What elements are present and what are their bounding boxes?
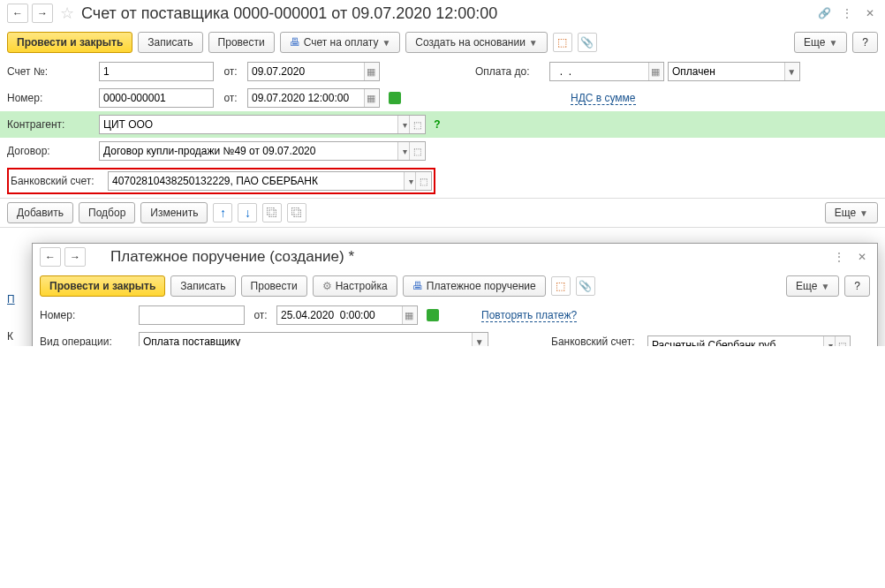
settings-button[interactable]: ⚙Настройка xyxy=(313,275,397,297)
open-icon[interactable]: ⬚ xyxy=(835,336,849,346)
repeat-payment-link[interactable]: Повторять платеж? xyxy=(481,309,577,322)
calendar-icon[interactable]: ▦ xyxy=(402,306,416,324)
bank-account-select[interactable]: ▾⬚ xyxy=(647,335,851,346)
nav-back-button[interactable]: ← xyxy=(7,4,28,23)
number-row: Номер: от: ▦ НДС в сумме xyxy=(0,85,885,111)
truncated-link[interactable]: П xyxy=(7,293,15,305)
close-icon[interactable]: ✕ xyxy=(862,5,878,21)
post-button[interactable]: Провести xyxy=(241,275,307,297)
chevron-down-icon: ▼ xyxy=(828,38,837,48)
chevron-down-icon[interactable]: ▼ xyxy=(784,63,798,80)
bank-account-select[interactable]: ▾⬚ xyxy=(108,171,432,191)
contract-select[interactable]: ▾⬚ xyxy=(99,141,426,161)
counterparty-select[interactable]: ▾⬚ xyxy=(99,115,426,134)
change-button[interactable]: Изменить xyxy=(140,202,208,223)
bank-account-label: Банковский счет: xyxy=(11,175,108,187)
post-button[interactable]: Провести xyxy=(208,32,275,53)
chevron-down-icon[interactable]: ▼ xyxy=(472,333,487,346)
sub-titlebar: ← → Платежное поручение (создание) * ⋮ ✕ xyxy=(33,244,877,270)
write-button[interactable]: Записать xyxy=(138,32,202,53)
payment-due-label: Оплата до: xyxy=(475,65,546,78)
more-button[interactable]: Еще▼ xyxy=(786,275,839,297)
number-input[interactable] xyxy=(139,305,245,325)
date-input[interactable]: ▦ xyxy=(276,305,418,325)
more-menu-icon[interactable]: ⋮ xyxy=(831,249,847,265)
status-icon[interactable] xyxy=(427,309,439,321)
close-icon[interactable]: ✕ xyxy=(854,249,870,265)
from-label: от: xyxy=(217,65,244,78)
create-based-on-button[interactable]: Создать на основании ▼ xyxy=(405,32,547,53)
chevron-down-icon: ▼ xyxy=(529,38,538,48)
operation-type-label: Вид операции: xyxy=(40,335,135,346)
copy-button[interactable]: ⿻ xyxy=(262,203,282,222)
number-date-input[interactable]: ▦ xyxy=(247,88,380,108)
payment-order-window: ← → Платежное поручение (создание) * ⋮ ✕… xyxy=(32,243,878,346)
from-label: от: xyxy=(217,92,244,104)
calendar-icon[interactable]: ▦ xyxy=(364,89,378,107)
nav-back-button[interactable]: ← xyxy=(40,247,61,267)
favorite-star-icon[interactable]: ☆ xyxy=(60,4,74,23)
print-icon: 🖶 xyxy=(290,36,300,49)
titlebar: ← → ☆ Счет от поставщика 0000-000001 от … xyxy=(0,0,885,26)
print-icon: 🖶 xyxy=(412,280,423,292)
more-menu-icon[interactable]: ⋮ xyxy=(839,5,855,21)
window-title: Счет от поставщика 0000-000001 от 09.07.… xyxy=(81,4,497,23)
payment-due-input[interactable]: ▦ xyxy=(549,62,664,81)
main-toolbar: Провести и закрыть Записать Провести 🖶 С… xyxy=(0,26,885,58)
operation-type-select[interactable]: ▼ xyxy=(139,332,488,346)
attachment-icon[interactable]: 📎 xyxy=(578,33,597,52)
move-down-button[interactable]: ↓ xyxy=(238,203,257,222)
attachment-icon[interactable]: 📎 xyxy=(576,276,595,296)
calendar-icon[interactable]: ▦ xyxy=(364,63,378,80)
status-icon[interactable] xyxy=(389,92,401,104)
open-icon[interactable]: ⬚ xyxy=(415,172,430,190)
bank-account-row: Банковский счет: ▾⬚ xyxy=(544,328,877,346)
write-button[interactable]: Записать xyxy=(170,275,235,297)
nav-forward-button[interactable]: → xyxy=(64,247,86,267)
counterparty-label: Контрагент: xyxy=(7,118,95,131)
help-button[interactable]: ? xyxy=(844,275,870,297)
link-icon[interactable]: 🔗 xyxy=(816,5,832,21)
invoice-date-input[interactable]: ▦ xyxy=(247,62,380,81)
number-label: Номер: xyxy=(40,309,135,321)
post-and-close-button[interactable]: Провести и закрыть xyxy=(40,275,165,297)
open-icon[interactable]: ⬚ xyxy=(409,116,424,133)
status-select[interactable]: ▼ xyxy=(668,62,800,81)
paste-button[interactable]: ⿻ xyxy=(287,203,306,222)
help-button[interactable]: ? xyxy=(852,32,878,53)
invoice-no-label: Счет №: xyxy=(7,65,95,78)
vat-link[interactable]: НДС в сумме xyxy=(571,92,636,105)
structure-icon[interactable]: ⬚ xyxy=(553,33,572,52)
add-button[interactable]: Добавить xyxy=(7,202,73,223)
hint-icon[interactable]: ? xyxy=(429,118,445,131)
chevron-down-icon: ▼ xyxy=(382,38,390,48)
contract-label: Договор: xyxy=(7,145,95,157)
main-window: ← → ☆ Счет от поставщика 0000-000001 от … xyxy=(0,0,885,346)
operation-type-row: Вид операции: ▼ xyxy=(33,328,535,346)
open-icon[interactable]: ⬚ xyxy=(409,142,424,160)
chevron-down-icon: ▼ xyxy=(859,208,868,218)
counterparty-row: Контрагент: ▾⬚ ? xyxy=(0,111,885,138)
chevron-down-icon: ▼ xyxy=(821,282,829,291)
sub-toolbar: Провести и закрыть Записать Провести ⚙На… xyxy=(33,270,877,302)
print-invoice-button[interactable]: 🖶 Счет на оплату ▼ xyxy=(280,32,401,53)
payment-order-button[interactable]: 🖶Платежное поручение xyxy=(403,275,546,297)
number-label: Номер: xyxy=(7,92,95,104)
list-toolbar: Добавить Подбор Изменить ↑ ↓ ⿻ ⿻ Еще▼ xyxy=(0,198,885,228)
sub-number-row: Номер: от: ▦ Повторять платеж? xyxy=(33,302,877,328)
structure-icon[interactable]: ⬚ xyxy=(551,276,571,296)
post-and-close-button[interactable]: Провести и закрыть xyxy=(7,32,132,53)
number-input[interactable] xyxy=(99,88,214,108)
from-label: от: xyxy=(248,309,273,321)
list-more-button[interactable]: Еще▼ xyxy=(825,202,878,223)
contract-row: Договор: ▾⬚ xyxy=(0,138,885,164)
nav-forward-button[interactable]: → xyxy=(32,4,53,23)
move-up-button[interactable]: ↑ xyxy=(213,203,232,222)
calendar-icon[interactable]: ▦ xyxy=(648,63,662,80)
truncated-text: К xyxy=(7,330,13,343)
gear-icon: ⚙ xyxy=(322,280,332,292)
invoice-no-input[interactable] xyxy=(99,62,214,81)
more-button[interactable]: Еще ▼ xyxy=(794,32,847,53)
pick-button[interactable]: Подбор xyxy=(79,202,135,223)
bank-account-label: Банковский счет: xyxy=(551,335,644,346)
